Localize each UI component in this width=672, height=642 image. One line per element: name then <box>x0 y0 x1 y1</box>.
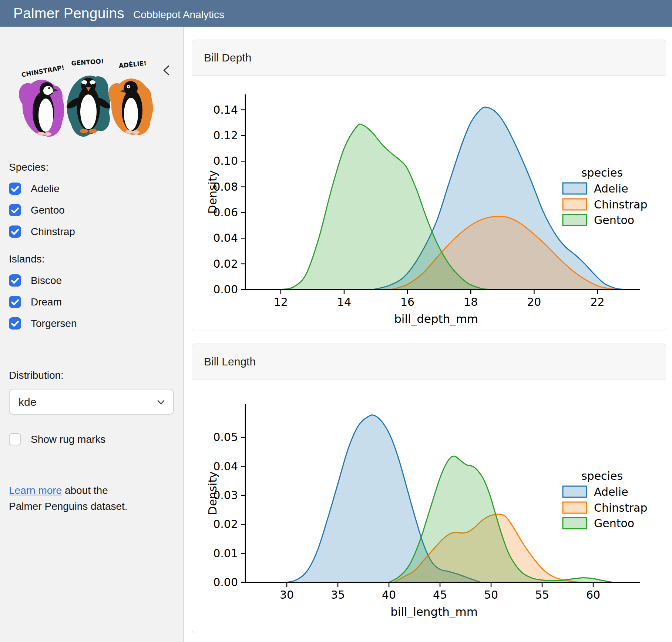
check-icon <box>9 274 21 287</box>
checkbox-checked-icon[interactable] <box>9 317 21 330</box>
penguins-artwork-image: CHINSTRAP! GENTOO! ADÉLIE! <box>10 39 173 147</box>
checkbox-checked-icon[interactable] <box>9 183 21 195</box>
rug-checkbox[interactable] <box>9 433 21 445</box>
check-icon <box>9 204 21 216</box>
x-tick-label: 30 <box>280 588 294 601</box>
x-tick-label: 14 <box>337 295 351 308</box>
checkbox-checked-icon[interactable] <box>9 204 21 216</box>
sidebar-collapse-button[interactable] <box>160 64 173 77</box>
check-icon <box>9 296 21 308</box>
bill-depth-kde-chart: 1214161820220.000.020.040.060.080.100.12… <box>192 76 666 331</box>
species-checkbox-chinstrap[interactable]: Chinstrap <box>9 225 174 238</box>
app-header-titles: Palmer Penguins Cobblepot Analytics <box>13 5 224 21</box>
checkbox-label: Dream <box>31 296 62 308</box>
artwork-label-adelie: ADÉLIE! <box>118 59 147 70</box>
checkbox-label: Biscoe <box>31 275 62 287</box>
legend-label-chinstrap: Chinstrap <box>594 501 647 514</box>
legend-label-chinstrap: Chinstrap <box>594 198 647 211</box>
x-tick-label: 60 <box>586 588 600 601</box>
y-tick-label: 0.00 <box>213 283 238 296</box>
x-tick-label: 45 <box>433 588 447 601</box>
checkbox-label: Gentoo <box>31 204 65 216</box>
legend-title: species <box>581 166 623 179</box>
islands-checkbox-biscoe[interactable]: Biscoe <box>9 274 174 287</box>
bill-length-card: Bill Length 303540455055600.000.010.020.… <box>192 344 666 633</box>
y-tick-label: 0.02 <box>213 257 238 270</box>
islands-checklist: BiscoeDreamTorgersen <box>9 274 174 330</box>
chevron-left-icon <box>160 64 173 77</box>
app-title: Palmer Penguins <box>13 5 124 21</box>
bill-length-card-body: 303540455055600.000.010.020.030.040.05bi… <box>192 379 666 633</box>
legend-swatch-adelie <box>563 486 587 497</box>
y-tick-label: 0.05 <box>213 431 238 444</box>
distribution-select-wrap: kde <box>9 389 174 415</box>
app-root: Palmer Penguins Cobblepot Analytics <box>0 0 672 642</box>
legend-label-adelie: Adelie <box>594 182 628 195</box>
checkbox-checked-icon[interactable] <box>9 225 21 238</box>
check-icon <box>9 225 21 238</box>
y-tick-label: 0.10 <box>213 154 238 167</box>
distribution-select[interactable]: kde <box>9 389 174 415</box>
bill-depth-card-body: 1214161820220.000.020.040.060.080.100.12… <box>192 76 666 331</box>
main-content: Bill Depth 1214161820220.000.020.040.060… <box>184 27 672 642</box>
distribution-label: Distribution: <box>9 370 174 381</box>
legend-swatch-chinstrap <box>563 199 587 210</box>
legend-swatch-chinstrap <box>563 502 587 513</box>
bill-length-card-header: Bill Length <box>192 344 666 379</box>
x-tick-label: 12 <box>274 295 288 308</box>
species-checkbox-gentoo[interactable]: Gentoo <box>9 204 174 216</box>
checkbox-label: Chinstrap <box>31 226 75 238</box>
checkbox-checked-icon[interactable] <box>9 296 21 308</box>
legend-swatch-gentoo <box>563 518 587 529</box>
x-tick-label: 16 <box>400 295 414 308</box>
species-section-label: Species: <box>9 161 174 173</box>
artwork-label-gentoo: GENTOO! <box>71 57 104 67</box>
rug-checkbox-label: Show rug marks <box>31 434 105 445</box>
check-icon <box>9 183 21 195</box>
y-tick-label: 0.12 <box>213 129 238 142</box>
y-tick-label: 0.01 <box>213 547 238 560</box>
bill-depth-card-title: Bill Depth <box>204 51 251 64</box>
bill-depth-card-header: Bill Depth <box>192 40 666 76</box>
app-body: CHINSTRAP! GENTOO! ADÉLIE! Species: Adel… <box>0 27 672 642</box>
x-tick-label: 35 <box>331 588 345 601</box>
legend-title: species <box>581 469 623 482</box>
checkbox-label: Adelie <box>31 183 60 195</box>
y-tick-label: 0.02 <box>213 518 238 531</box>
legend-label-gentoo: Gentoo <box>594 214 634 227</box>
legend-swatch-adelie <box>563 183 587 194</box>
legend-label-adelie: Adelie <box>594 485 628 498</box>
learn-more-text: Learn more about the Palmer Penguins dat… <box>9 482 143 515</box>
bill-length-card-title: Bill Length <box>204 355 256 368</box>
x-tick-label: 50 <box>484 588 498 601</box>
islands-checkbox-torgersen[interactable]: Torgersen <box>9 317 174 330</box>
checkbox-checked-icon[interactable] <box>9 274 21 287</box>
x-axis-label: bill_depth_mm <box>394 312 478 325</box>
artwork-label-chinstrap: CHINSTRAP! <box>21 64 65 78</box>
y-tick-label: 0.14 <box>213 103 238 116</box>
x-tick-label: 55 <box>535 588 549 601</box>
rug-checkbox-row[interactable]: Show rug marks <box>9 433 174 445</box>
app-subtitle: Cobblepot Analytics <box>133 9 224 21</box>
y-tick-label: 0.00 <box>213 576 238 589</box>
checkbox-label: Torgersen <box>31 318 77 330</box>
app-header: Palmer Penguins Cobblepot Analytics <box>0 0 672 27</box>
y-tick-label: 0.04 <box>213 231 238 244</box>
islands-checkbox-dream[interactable]: Dream <box>9 296 174 308</box>
species-checkbox-adelie[interactable]: Adelie <box>9 183 174 195</box>
x-tick-label: 22 <box>590 295 604 308</box>
y-tick-label: 0.04 <box>213 460 238 473</box>
x-tick-label: 18 <box>464 295 478 308</box>
legend-label-gentoo: Gentoo <box>594 517 634 530</box>
bill-length-kde-chart: 303540455055600.000.010.020.030.040.05bi… <box>192 379 666 633</box>
sidebar: CHINSTRAP! GENTOO! ADÉLIE! Species: Adel… <box>0 27 184 642</box>
species-checklist: AdelieGentooChinstrap <box>9 183 174 238</box>
check-icon <box>9 317 21 330</box>
bill-depth-card: Bill Depth 1214161820220.000.020.040.060… <box>192 40 666 331</box>
x-tick-label: 40 <box>382 588 396 601</box>
islands-section-label: Islands: <box>9 253 174 265</box>
x-axis-label: bill_length_mm <box>390 605 478 618</box>
x-tick-label: 20 <box>527 295 541 308</box>
y-axis-label: Density <box>206 471 219 515</box>
learn-more-link[interactable]: Learn more <box>9 485 62 496</box>
